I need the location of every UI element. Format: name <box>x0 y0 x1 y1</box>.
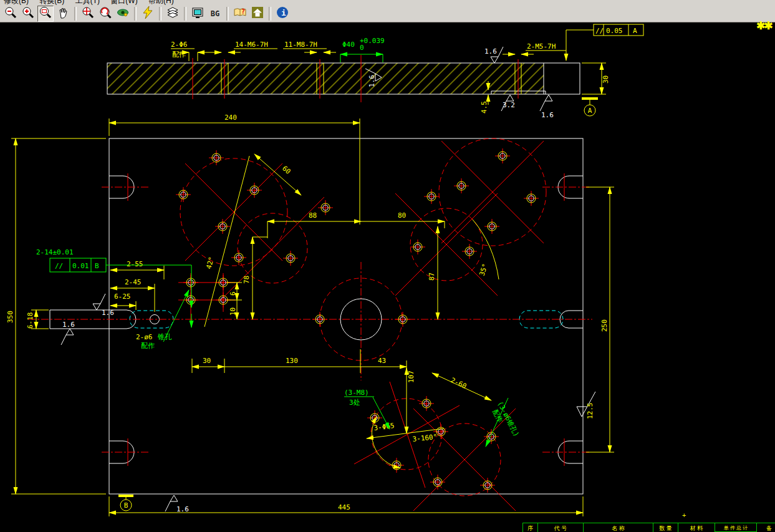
toolbar-separator <box>184 7 186 21</box>
dim-text: 30 <box>602 75 610 84</box>
dim-text: 6-25 <box>114 293 131 301</box>
bolt-circle-upper-right <box>395 138 546 296</box>
m8-callout-note: 3处 <box>349 399 360 407</box>
toolbar-separator <box>134 7 137 21</box>
dim-text: 6-18 <box>26 312 34 329</box>
tb-weight-top: 单 件 总 计 <box>724 525 748 531</box>
hole-callout: 2-Φ6 <box>171 41 188 49</box>
label-2phi6-fit: 2-Φ6 配作 <box>171 41 209 61</box>
dim-42deg: 42° <box>205 156 249 327</box>
dim-text: 43 <box>378 357 386 365</box>
layers-icon <box>166 6 180 22</box>
section-view: 2-Φ6 配作 14-M6-7H 11-M8-7H Φ40 +0.039 0 1… <box>107 24 643 119</box>
info-icon: i <box>276 6 289 22</box>
dim-87: 87 <box>428 226 438 319</box>
dim-2-60: 2-60 <box>432 373 491 400</box>
gdt-datum: A <box>633 27 637 35</box>
menu-item-window[interactable]: 窗口(W) <box>110 0 137 5</box>
finish-value: 1.6 <box>484 47 497 56</box>
dim-text: 78 <box>243 276 251 284</box>
home-icon <box>251 6 264 22</box>
dim-2-55: 2-55 <box>110 260 164 279</box>
toolbar: BG ? i <box>0 5 775 22</box>
dowel-grid <box>178 273 236 322</box>
dim-88-80: 88 80 <box>267 211 445 238</box>
grid-plus-mark: + <box>682 511 686 519</box>
dim-text: 2-55 <box>127 260 143 268</box>
thread-callout: 2-M5-7H <box>527 42 556 51</box>
surface-finish-icon <box>540 95 552 111</box>
dim-30-130-43: 30 130 43 <box>192 349 407 373</box>
finish-value: 1.6 <box>368 75 376 87</box>
toolbar-separator <box>226 7 229 21</box>
dim-text: 4.5 <box>480 101 488 114</box>
tb-col-remark: 备 <box>757 523 775 532</box>
thickness-dim: 30 <box>582 63 610 94</box>
tb-col-name: 名 称 <box>584 523 653 532</box>
display-settings-button[interactable] <box>190 6 206 22</box>
dim-6-25: 6-25 <box>110 293 136 310</box>
label-m5-holes: 2-M5-7H <box>503 42 566 54</box>
help-button[interactable]: ? <box>232 6 248 22</box>
menu-item-tools[interactable]: 工具(T) <box>75 0 100 5</box>
zoom-in-button[interactable] <box>20 6 36 22</box>
zoom-all-button[interactable] <box>80 6 96 22</box>
tb-col-qty: 数 量 <box>653 523 678 532</box>
gdt-value: 0.01 <box>72 262 89 270</box>
zoom-out-button[interactable] <box>2 6 19 22</box>
dim-107: 107 <box>407 368 415 433</box>
zoom-window-button[interactable] <box>37 6 54 22</box>
menu-bar: 修改(B) 转换(B) 工具(T) 窗口(W) 帮助(H) <box>0 0 775 5</box>
bg-toggle-button[interactable]: BG <box>207 6 223 22</box>
plan-view: 1.6 1.6 <box>6 114 614 516</box>
drawing-canvas[interactable]: 2-Φ6 配作 14-M6-7H 11-M8-7H Φ40 +0.039 0 1… <box>0 22 775 532</box>
bore-dimension: Φ40 +0.039 0 <box>340 37 385 62</box>
menu-item-modify[interactable]: 修改(B) <box>4 0 29 5</box>
surface-finish-icon <box>165 495 178 511</box>
title-block: 序 代 号 名 称 数 量 材 料 单 件 总 计 重 量 备 <box>522 523 775 532</box>
dim-text: 60 <box>281 164 292 176</box>
pan-hand-icon <box>56 6 70 22</box>
dim-350: 350 <box>6 138 106 494</box>
finish-value: 1.6 <box>176 505 189 513</box>
layers-button[interactable] <box>165 6 181 22</box>
dim-text: 350 <box>6 311 14 323</box>
corner-marks: ✱✱ <box>756 19 772 32</box>
view-button[interactable] <box>115 6 131 22</box>
monitor-icon <box>191 6 205 22</box>
cone-callout-note: 配作 <box>141 342 155 350</box>
info-button[interactable]: i <box>274 6 291 22</box>
bore-diameter: Φ40 <box>342 41 355 49</box>
zoom-out-icon <box>4 6 17 22</box>
thread-callout: 11-M8-7H <box>284 41 317 49</box>
menu-item-help[interactable]: 帮助(H) <box>148 0 174 5</box>
dim-text: 80 <box>398 211 406 220</box>
zoom-all-icon <box>81 6 95 22</box>
surface-finish-icon <box>61 329 74 345</box>
redraw-button[interactable] <box>140 6 156 22</box>
finish-value: 1.6 <box>62 321 75 329</box>
label-m8-holes: 11-M8-7H <box>283 41 336 52</box>
eye-icon <box>116 6 130 22</box>
bolt-circle-upper-left <box>176 150 333 299</box>
gdt-symbol: // <box>55 262 63 270</box>
label-m6-holes: 14-M6-7H <box>209 41 277 52</box>
dim-text: 2-45 <box>125 278 142 286</box>
cad-drawing: 2-Φ6 配作 14-M6-7H 11-M8-7H Φ40 +0.039 0 1… <box>0 22 775 532</box>
home-button[interactable] <box>249 6 266 22</box>
gdt-datum: B <box>95 262 99 270</box>
dim-text: 30 <box>203 357 211 365</box>
datum-a-symbol: A <box>582 97 598 116</box>
dim-text: 250 <box>600 319 609 332</box>
dim-grid-6-10: 6 10 <box>227 283 242 319</box>
hatch-area <box>107 63 544 94</box>
toolbar-separator <box>74 7 77 21</box>
zoom-previous-button[interactable] <box>97 6 113 22</box>
gdt-symbol: // <box>595 27 604 35</box>
datum-letter: A <box>588 107 592 115</box>
dim-text: 10 <box>229 307 237 316</box>
menu-item-convert[interactable]: 转换(B) <box>39 0 64 5</box>
cone-callout-num: 2-ø6 <box>136 333 153 341</box>
tb-col-weight: 单 件 总 计 重 量 <box>715 523 757 532</box>
pan-button[interactable] <box>55 6 71 22</box>
